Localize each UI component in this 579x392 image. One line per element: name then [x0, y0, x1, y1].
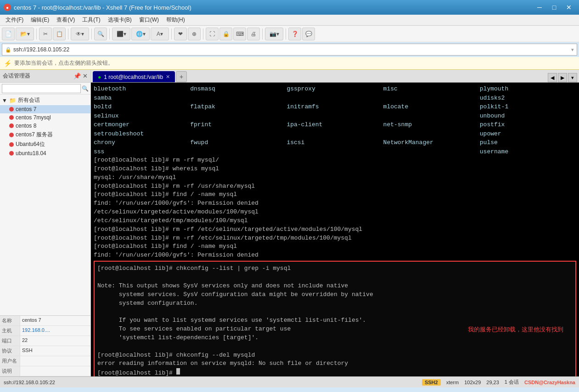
info-row-note: 说明: [0, 366, 90, 376]
toolbar-new[interactable]: 📄: [2, 28, 15, 40]
label-host: 主机: [0, 326, 20, 336]
menu-view[interactable]: 查看(V): [53, 15, 79, 25]
toolbar-copy[interactable]: 📋: [53, 28, 66, 40]
toolbar-print[interactable]: 🖨: [247, 28, 260, 40]
dir-item: [287, 129, 383, 139]
sep4: [109, 28, 110, 39]
title-left: ● centos 7 - root@localhost:/var/lib - X…: [4, 4, 191, 11]
dir-item: iscsi: [287, 138, 383, 147]
session-item-ubuntu64[interactable]: Ubantu64位: [0, 140, 90, 149]
session-search-input[interactable]: [2, 84, 81, 93]
dir-item: [190, 112, 287, 121]
toolbar-fullscreen[interactable]: ⛶: [206, 28, 219, 40]
highlighted-content: [root@localhost lib]# chkconfig --list |…: [97, 264, 573, 376]
dir-item: [190, 94, 287, 103]
menu-tools[interactable]: 工具(T): [79, 15, 104, 25]
title-text: centos 7 - root@localhost:/var/lib - Xsh…: [14, 4, 191, 11]
toolbar-view[interactable]: 👁▾: [71, 28, 89, 40]
session-item-centos7server[interactable]: centos7 服务器: [0, 130, 90, 140]
tab-prev-button[interactable]: ◀: [548, 73, 557, 82]
session-item-centos7mysql[interactable]: centos 7mysql: [0, 113, 90, 122]
info-text: 要添加当前会话，点击左侧的箭头按钮。: [14, 59, 113, 67]
address-text[interactable]: ssh://192.168.0.105:22: [13, 46, 69, 53]
value-protocol: SSH: [20, 346, 90, 356]
value-port: 22: [20, 336, 90, 346]
toolbar-help[interactable]: ❓: [288, 28, 301, 40]
dir-item: postfix: [480, 120, 576, 129]
label-protocol: 协议: [0, 346, 20, 356]
sep8: [286, 28, 286, 39]
dir-item: boltd: [94, 102, 190, 112]
dir-item: certmonger: [94, 120, 190, 129]
tab-nav: ◀ ▶ ▾: [548, 73, 577, 82]
tab-close-icon[interactable]: ✕: [166, 74, 170, 80]
toolbar-cut[interactable]: ✂: [39, 28, 52, 40]
out-whereis: mysql: /usr/share/mysql: [94, 174, 576, 182]
dir-item: NetworkManager: [383, 138, 480, 147]
toolbar-globe[interactable]: 🌐▾: [131, 28, 150, 40]
title-controls: ─ □ ✕: [533, 2, 575, 12]
dir-item: username: [480, 147, 576, 157]
session-info-panel: 名称 centos 7 主机 192.168.0.... 端口 22 协议 SS…: [0, 315, 90, 376]
cmd-whereis: [root@localhost lib]# whereis mysql: [94, 165, 576, 174]
tab-menu-button[interactable]: ▾: [568, 73, 577, 82]
dir-item: gssproxy: [287, 84, 383, 94]
toolbar-lock[interactable]: 🔒: [219, 28, 232, 40]
app-icon: ●: [4, 4, 11, 11]
toolbar-msg[interactable]: 💬: [302, 28, 315, 40]
session-close-icon[interactable]: ✕: [83, 73, 88, 79]
status-position: 29,23: [486, 380, 499, 385]
tab-dot-icon: ●: [98, 74, 101, 80]
terminal-content[interactable]: bluetooth dnsmasq gssproxy misc plymouth…: [91, 83, 579, 376]
out-find1-perm: find: '/run/user/1000/gvfs': Permission …: [94, 199, 576, 208]
value-note: [20, 366, 90, 376]
dir-item: [190, 129, 287, 139]
session-item-centos7[interactable]: centos 7: [0, 105, 90, 113]
menu-file[interactable]: 文件(F): [2, 15, 27, 25]
toolbar-keyboard[interactable]: ⌨: [233, 28, 246, 40]
sep5: [171, 28, 172, 39]
address-bar: 🔒 ssh://192.168.0.105:22 ▾: [2, 44, 577, 56]
maximize-button[interactable]: □: [548, 2, 561, 12]
address-dropdown[interactable]: ▾: [571, 47, 574, 53]
toolbar-heart[interactable]: ❤: [174, 28, 187, 40]
tab-next-button[interactable]: ▶: [558, 73, 567, 82]
header-icons: 📌 ✕: [73, 73, 88, 79]
toolbar-circle[interactable]: ⊕: [188, 28, 201, 40]
session-item-ubuntu1804[interactable]: ubuntu18.04: [0, 149, 90, 157]
menu-help[interactable]: 帮助(H): [163, 15, 189, 25]
annotation-text: 我的服务已经卸载，这里他没有找到: [468, 325, 563, 334]
session-dot-ubuntu64: [9, 142, 14, 147]
toolbar-capture[interactable]: 📷▾: [265, 28, 283, 40]
toolbar-font[interactable]: A▾: [151, 28, 169, 40]
note-line2: systemd services. SysV configuration dat…: [97, 291, 573, 299]
minimize-button[interactable]: ─: [533, 2, 546, 12]
close-button[interactable]: ✕: [562, 2, 575, 12]
dir-item: mlocate: [383, 102, 480, 112]
toolbar-open[interactable]: 📂▾: [16, 28, 34, 40]
dir-item: [287, 94, 383, 103]
toolbar-terminal[interactable]: ⬛▾: [112, 28, 130, 40]
dir-item: [287, 112, 383, 121]
menu-edit[interactable]: 编辑(E): [27, 15, 53, 25]
value-username: [20, 356, 90, 366]
info-row-name: 名称 centos 7: [0, 316, 90, 326]
menu-window[interactable]: 窗口(W): [135, 15, 163, 25]
tab-add-button[interactable]: +: [176, 71, 187, 82]
cmd-rm-mysql: [root@localhost lib]# rm -rf mysql/: [94, 156, 576, 165]
session-label-centos7server: centos7 服务器: [16, 131, 53, 139]
dir-item: ipa-client: [287, 120, 383, 129]
label-port: 端口: [0, 336, 20, 346]
tab-1[interactable]: ● 1 root@localhost:/var/lib ✕: [93, 71, 175, 82]
out-error: error reading information on service mys…: [97, 359, 573, 368]
dir-item: [383, 147, 480, 157]
session-item-centos8[interactable]: centos 8: [0, 122, 90, 130]
note-line3: systemd configuration.: [97, 299, 573, 308]
dir-item: flatpak: [190, 102, 287, 112]
note-lines-block: If you want to list systemd services use…: [97, 316, 366, 342]
menu-tabs[interactable]: 选项卡(B): [104, 15, 135, 25]
toolbar-search[interactable]: 🔍: [94, 28, 107, 40]
tree-group-all-sessions[interactable]: ▼ 📁 所有会话: [0, 95, 90, 105]
search-icon: 🔍: [82, 85, 89, 92]
pin-icon[interactable]: 📌: [73, 73, 81, 79]
